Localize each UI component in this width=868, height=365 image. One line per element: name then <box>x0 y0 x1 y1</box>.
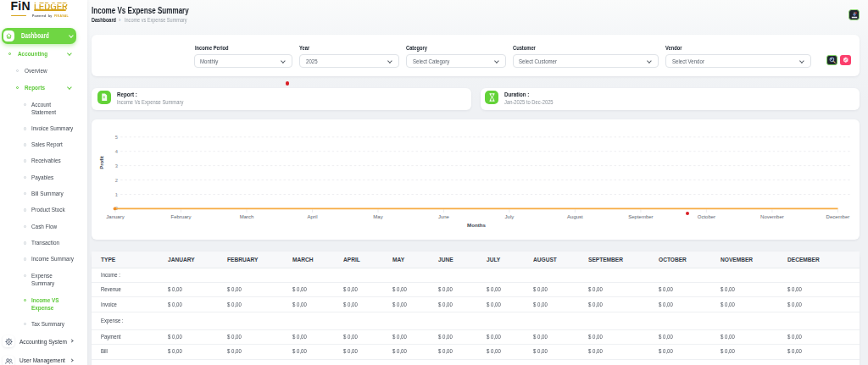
svg-text:5: 5 <box>115 135 118 140</box>
svg-text:October: October <box>698 214 715 219</box>
svg-text:1: 1 <box>115 192 118 197</box>
svg-text:Profit: Profit <box>99 156 104 169</box>
svg-text:March: March <box>240 214 254 219</box>
svg-text:February: February <box>170 214 191 219</box>
svg-text:3: 3 <box>115 163 118 169</box>
svg-text:April: April <box>307 214 317 219</box>
svg-text:December: December <box>826 214 850 219</box>
svg-text:January: January <box>106 214 124 219</box>
svg-text:June: June <box>438 214 450 219</box>
svg-text:September: September <box>628 214 653 219</box>
svg-text:May: May <box>373 214 382 219</box>
svg-text:4: 4 <box>115 149 118 154</box>
svg-text:Months: Months <box>467 222 487 228</box>
svg-text:2: 2 <box>115 178 118 183</box>
svg-text:July: July <box>505 214 515 219</box>
svg-text:November: November <box>760 214 784 219</box>
svg-text:August: August <box>567 214 583 219</box>
